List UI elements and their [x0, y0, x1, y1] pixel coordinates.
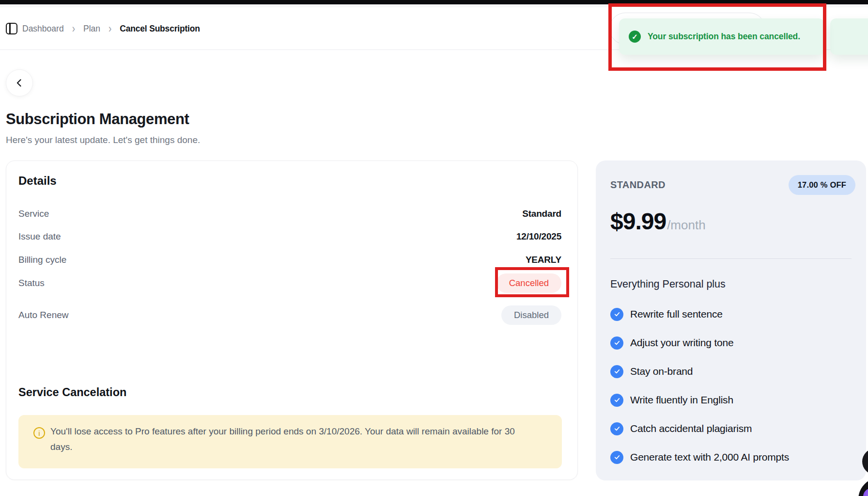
detail-row-status: Status Cancelled [18, 273, 561, 293]
detail-label: Auto Renew [18, 310, 69, 320]
feature-label: Catch accidental plagiarism [630, 423, 752, 434]
divider [610, 258, 852, 259]
feature-label: Generate text with 2,000 AI prompts [630, 451, 789, 463]
details-card: Details Service Standard Issue date 12/1… [6, 160, 578, 480]
detail-value: YEARLY [526, 255, 561, 265]
detail-label: Status [18, 278, 45, 288]
check-circle-icon [610, 451, 623, 464]
secondary-toast-edge [830, 18, 868, 55]
discount-badge: 17.00 % OFF [789, 175, 855, 195]
breadcrumb: Dashboard › Plan › Cancel Subscription [22, 20, 200, 37]
warning-text: You'll lose access to Pro features after… [50, 424, 537, 455]
plan-header: STANDARD 17.00 % OFF [610, 174, 855, 195]
service-cancelation-heading: Service Cancelation [18, 386, 126, 399]
plan-name: STANDARD [610, 179, 666, 191]
detail-label: Service [18, 208, 49, 219]
details-heading: Details [18, 174, 57, 188]
chevron-right-icon: › [108, 22, 111, 35]
breadcrumb-item-plan[interactable]: Plan [83, 24, 100, 34]
chevron-left-icon [15, 78, 24, 88]
chat-widget-button[interactable] [858, 478, 868, 496]
feature-label: Stay on-brand [630, 366, 693, 377]
page-subtitle: Here's your latest update. Let's get thi… [6, 135, 200, 145]
page-title: Subscription Management [6, 111, 189, 128]
annotation-box-status [495, 267, 569, 297]
detail-value: Standard [522, 208, 561, 219]
check-circle-icon [610, 422, 623, 435]
detail-label: Billing cycle [18, 255, 66, 265]
check-circle-icon [610, 308, 623, 321]
plan-price: $9.99 /month [610, 208, 706, 235]
feature-label: Write fluently in English [630, 394, 733, 406]
feature-item: Generate text with 2,000 AI prompts [610, 450, 789, 464]
feature-item: Catch accidental plagiarism [610, 422, 789, 435]
back-button[interactable] [6, 69, 33, 96]
feature-item: Adjust your writing tone [610, 336, 789, 350]
breadcrumb-item-dashboard[interactable]: Dashboard [22, 24, 64, 34]
features-list: Rewrite full sentence Adjust your writin… [610, 307, 789, 479]
price-amount: $9.99 [610, 208, 666, 235]
feature-item: Stay on-brand [610, 365, 789, 378]
price-period: /month [667, 218, 706, 233]
feature-item: Write fluently in English [610, 393, 789, 407]
auto-renew-badge-disabled: Disabled [501, 305, 561, 325]
detail-row-auto-renew: Auto Renew Disabled [18, 305, 561, 325]
detail-row-billing-cycle: Billing cycle YEARLY [18, 253, 561, 267]
subscription-management-screen: Dashboard › Plan › Cancel Subscription ✓… [0, 0, 868, 496]
warning-banner: i You'll lose access to Pro features aft… [18, 415, 562, 468]
annotation-box-toast [608, 3, 826, 71]
check-circle-icon [610, 336, 623, 350]
sidebar-toggle-icon[interactable] [6, 23, 17, 34]
feature-label: Rewrite full sentence [630, 308, 723, 320]
plan-card: STANDARD 17.00 % OFF $9.99 /month Everyt… [596, 160, 866, 480]
detail-row-issue-date: Issue date 12/10/2025 [18, 230, 561, 243]
features-intro: Everything Personal plus [610, 278, 726, 290]
detail-label: Issue date [18, 231, 61, 242]
check-circle-icon [610, 394, 623, 407]
detail-row-service: Service Standard [18, 207, 561, 221]
chevron-right-icon: › [72, 22, 75, 35]
feature-item: Rewrite full sentence [610, 307, 789, 321]
info-icon: i [33, 427, 45, 439]
detail-value: 12/10/2025 [516, 231, 561, 242]
feature-label: Adjust your writing tone [630, 337, 733, 349]
check-circle-icon [610, 365, 623, 378]
breadcrumb-item-current: Cancel Subscription [120, 24, 200, 34]
